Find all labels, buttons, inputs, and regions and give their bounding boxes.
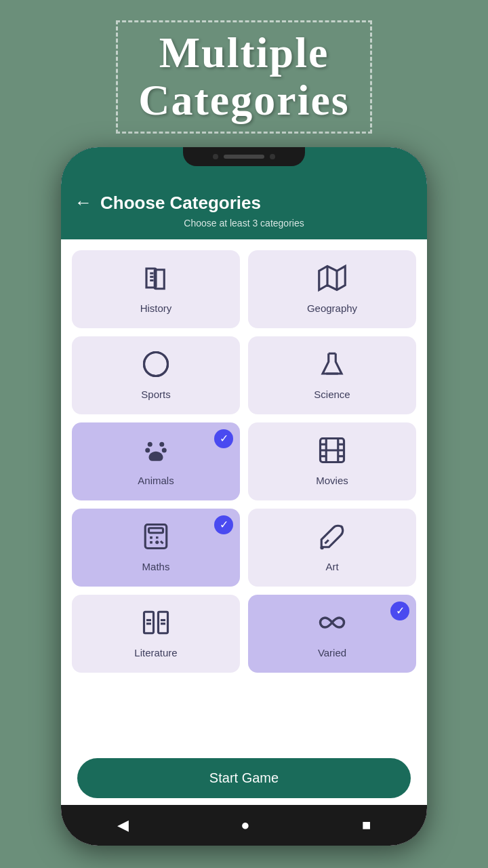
sports-label: Sports — [141, 389, 170, 400]
category-card-movies[interactable]: Movies — [248, 422, 416, 500]
science-label: Science — [314, 389, 350, 400]
content-area: History Geography Sports — [61, 239, 427, 747]
screen-title: Choose Categories — [100, 193, 261, 214]
back-button[interactable]: ← — [75, 193, 92, 213]
geography-label: Geography — [307, 302, 357, 314]
history-label: History — [140, 302, 172, 314]
sensor-dot — [270, 154, 275, 159]
varied-label: Varied — [318, 647, 346, 658]
nav-bar: ◀ ● ■ — [61, 805, 427, 846]
category-card-geography[interactable]: Geography — [248, 250, 416, 328]
animals-check-badge: ✓ — [214, 429, 233, 448]
start-game-button[interactable]: Start Game — [77, 758, 411, 798]
app-header: ← Choose Categories Choose at least 3 ca… — [61, 184, 427, 239]
movies-label: Movies — [316, 475, 348, 486]
phone-frame: ← Choose Categories Choose at least 3 ca… — [61, 147, 427, 846]
screen-subtitle: Choose at least 3 categories — [184, 218, 304, 229]
maths-icon — [142, 522, 170, 555]
category-card-literature[interactable]: Literature — [72, 595, 240, 673]
category-card-art[interactable]: Art — [248, 509, 416, 587]
categories-grid: History Geography Sports — [72, 250, 416, 673]
maths-check-badge: ✓ — [214, 515, 233, 534]
geography-icon — [318, 264, 346, 297]
category-card-history[interactable]: History — [72, 250, 240, 328]
bottom-area: Start Game — [61, 747, 427, 805]
speaker — [224, 155, 264, 159]
literature-icon — [142, 608, 170, 642]
category-card-sports[interactable]: Sports — [72, 336, 240, 414]
literature-label: Literature — [134, 647, 177, 658]
science-icon — [318, 350, 346, 383]
category-card-varied[interactable]: ✓ Varied — [248, 595, 416, 673]
notch-bar — [61, 147, 427, 184]
category-card-maths[interactable]: ✓ Maths — [72, 509, 240, 587]
art-label: Art — [325, 561, 338, 572]
category-card-animals[interactable]: ✓ Animals — [72, 422, 240, 500]
nav-back-icon[interactable]: ◀ — [117, 816, 129, 834]
nav-recents-icon[interactable]: ■ — [362, 816, 371, 834]
nav-home-icon[interactable]: ● — [241, 816, 249, 834]
category-card-science[interactable]: Science — [248, 336, 416, 414]
camera-dot — [213, 154, 218, 159]
varied-check-badge: ✓ — [390, 601, 409, 620]
animals-icon — [142, 436, 170, 469]
sports-icon — [142, 350, 170, 383]
varied-icon — [318, 608, 346, 642]
art-icon — [318, 522, 346, 555]
history-icon — [142, 264, 170, 297]
notch — [183, 147, 305, 166]
animals-label: Animals — [138, 475, 174, 486]
page-title: Multiple Categories — [116, 20, 371, 134]
maths-label: Maths — [142, 561, 170, 572]
movies-icon — [318, 436, 346, 469]
